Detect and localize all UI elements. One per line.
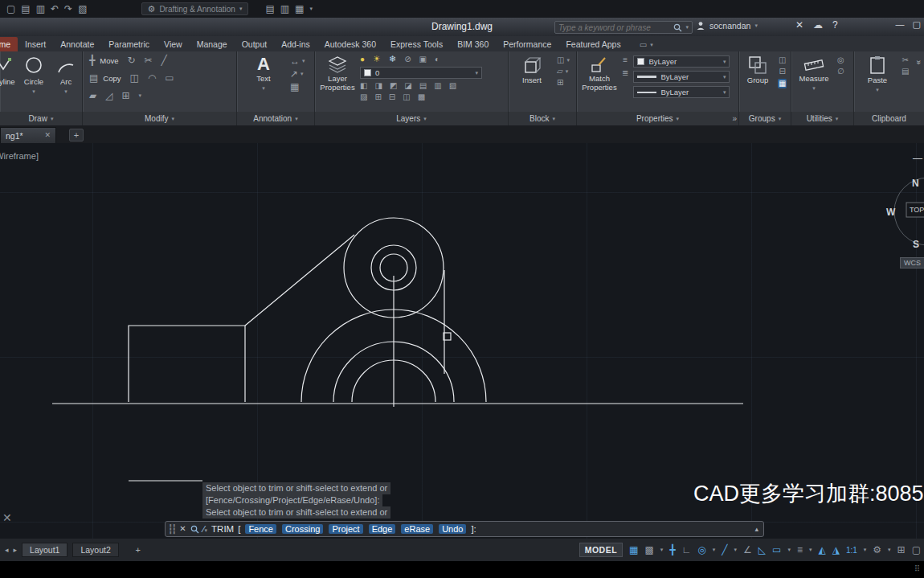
tab-view[interactable]: View xyxy=(157,37,190,51)
layer-dropdown[interactable]: 0 ▾ xyxy=(360,67,482,79)
layer-thaw-icon[interactable]: ☀ xyxy=(373,55,381,64)
model-space-button[interactable]: MODEL xyxy=(579,543,623,557)
workspace-gear-icon[interactable]: ⚙ xyxy=(873,545,881,555)
layer-properties-button[interactable]: Layer Properties xyxy=(320,51,355,112)
option-erase[interactable]: eRase xyxy=(401,524,433,534)
help-icon[interactable]: ? xyxy=(832,20,838,30)
panel-label-annotation[interactable]: Annotation▾ xyxy=(237,112,314,125)
panel-overflow-icon[interactable]: » xyxy=(732,114,737,123)
osnap-tracking-icon[interactable]: ∠ xyxy=(743,545,752,555)
layer-on-icon[interactable]: ● xyxy=(360,55,365,64)
plot-icon[interactable]: ▧ xyxy=(78,4,87,14)
isodraft-icon[interactable]: ◺ xyxy=(758,545,766,555)
layer-tool-6-icon[interactable]: ▥ xyxy=(434,82,441,90)
id-point-icon[interactable]: ∅ xyxy=(837,68,844,76)
fillet-icon[interactable]: ◠ xyxy=(148,73,156,83)
file-tab-drawing1[interactable]: ng1* ✕ xyxy=(0,127,56,143)
circle-flyout-icon[interactable]: ▾ xyxy=(32,88,35,95)
undo-icon[interactable]: ↶ xyxy=(51,4,59,14)
ribbon-collapse-icon[interactable]: » xyxy=(915,60,924,65)
group-button[interactable]: Group xyxy=(742,51,773,112)
erase-icon[interactable]: ▰ xyxy=(89,91,96,100)
qat-more-icon[interactable]: ▾ xyxy=(309,6,313,12)
panel-label-draw[interactable]: Draw▾ xyxy=(0,112,82,125)
close-tab-icon[interactable]: ✕ xyxy=(44,132,51,139)
minimize-button[interactable]: — xyxy=(896,19,905,30)
new-drawing-button[interactable]: + xyxy=(69,129,84,141)
tab-express-tools[interactable]: Express Tools xyxy=(383,37,450,51)
layout1-tab[interactable]: Layout1 xyxy=(22,543,67,557)
group-selection-icon[interactable]: ▦ xyxy=(778,79,787,88)
panel-label-groups[interactable]: Groups▾ xyxy=(739,112,791,125)
quick-select-icon[interactable]: ◎ xyxy=(837,56,844,64)
linetype-dropdown[interactable]: ByLayer ▾ xyxy=(633,86,730,98)
arc-button[interactable]: Arc ▾ xyxy=(50,51,82,95)
move-label[interactable]: Move xyxy=(100,56,118,65)
save-icon[interactable]: ▥ xyxy=(36,4,45,14)
edit-attributes-icon[interactable]: ▱ xyxy=(557,68,563,76)
cut-icon[interactable]: ✂ xyxy=(902,56,909,64)
layer-tool-12-icon[interactable]: ▩ xyxy=(418,93,425,101)
open-file-icon[interactable]: ▤ xyxy=(21,4,30,14)
exchange-apps-icon[interactable]: ✕ xyxy=(795,20,803,30)
tab-manage[interactable]: Manage xyxy=(190,37,235,51)
option-edge[interactable]: Edge xyxy=(369,524,396,534)
panel-label-properties[interactable]: Properties▾ » xyxy=(577,112,738,125)
polyline-button[interactable]: Polyline xyxy=(0,51,18,95)
new-file-icon[interactable]: ▢ xyxy=(6,4,15,14)
drawing-canvas[interactable]: [2D Wireframe] — N W S TOP WCS xyxy=(0,143,924,539)
option-undo[interactable]: Undo xyxy=(439,524,466,534)
copy-label[interactable]: Copy xyxy=(103,74,121,83)
paste-button[interactable]: Paste ▾ xyxy=(859,51,896,112)
circle-button[interactable]: Circle ▾ xyxy=(18,51,50,95)
layer-tool-3-icon[interactable]: ◩ xyxy=(390,82,397,90)
insert-button[interactable]: Insert xyxy=(513,51,550,112)
layer-tool-10-icon[interactable]: ⊟ xyxy=(389,93,395,101)
panel-label-block[interactable]: Block▾ xyxy=(509,112,576,125)
layer-lock-icon[interactable]: ⊘ xyxy=(404,55,411,64)
workspace-switcher[interactable]: ⚙ Drafting & Annotation ▾ xyxy=(141,2,249,15)
block-editor-icon[interactable]: ⊞ xyxy=(557,79,563,87)
infer-constraints-icon[interactable]: ╋ xyxy=(669,545,675,555)
qat-doc-icon-3[interactable]: ▦ xyxy=(295,4,304,14)
properties-list-icon[interactable]: ≡ xyxy=(622,56,628,64)
layer-freeze-icon[interactable]: ❄ xyxy=(389,55,396,64)
layer-tool-2-icon[interactable]: ◨ xyxy=(374,82,382,90)
tab-autodesk360[interactable]: Autodesk 360 xyxy=(317,37,383,51)
restore-button[interactable]: ▢ xyxy=(913,19,921,30)
panel-label-layers[interactable]: Layers▾ xyxy=(315,112,508,125)
copy-icon[interactable]: ▤ xyxy=(89,73,98,83)
annotation-scale-button[interactable]: 1:1 xyxy=(846,546,857,555)
close-commandline-icon[interactable]: ✕ xyxy=(179,525,186,533)
layout-prev-icon[interactable]: ◂ xyxy=(5,547,9,554)
mirror-icon[interactable]: ◫ xyxy=(130,73,139,83)
layer-tool-7-icon[interactable]: ▧ xyxy=(449,82,456,90)
new-layout-button[interactable]: + xyxy=(132,545,145,555)
tab-bim360[interactable]: BIM 360 xyxy=(450,37,496,51)
panel-label-modify[interactable]: Modify▾ xyxy=(83,112,236,125)
tab-insert[interactable]: Insert xyxy=(18,37,53,51)
lineweight-display-icon[interactable]: ▭ xyxy=(772,545,781,555)
tab-annotate[interactable]: Annotate xyxy=(53,37,101,51)
array-flyout-icon[interactable]: ▾ xyxy=(139,92,142,99)
offset-icon[interactable]: ▭ xyxy=(165,73,174,83)
option-fence[interactable]: Fence xyxy=(245,524,276,534)
extend-icon[interactable]: ╱ xyxy=(161,55,167,65)
ortho-icon[interactable]: ∟ xyxy=(682,545,692,555)
trim-icon[interactable]: ✂ xyxy=(145,55,153,65)
table-icon[interactable]: ▦ xyxy=(290,82,299,92)
object-color-dropdown[interactable]: ByLayer ▾ xyxy=(633,55,730,68)
wcs-selector[interactable]: WCS ▾ xyxy=(900,257,924,269)
ribbon-display-icon[interactable]: ▭ xyxy=(640,41,647,49)
recent-commands-icon[interactable] xyxy=(190,525,199,534)
tab-featured-apps[interactable]: Featured Apps xyxy=(558,37,628,51)
search-icon[interactable] xyxy=(673,23,682,32)
tab-home[interactable]: Home xyxy=(0,37,18,51)
qat-doc-icon-2[interactable]: ▥ xyxy=(280,4,289,14)
tab-parametric[interactable]: Parametric xyxy=(101,37,157,51)
layer-tool-4-icon[interactable]: ◪ xyxy=(404,82,411,90)
search-input[interactable] xyxy=(558,23,670,32)
search-options-icon[interactable]: ▾ xyxy=(685,24,689,31)
help-search-box[interactable]: ▾ xyxy=(554,21,693,34)
dimension-icon[interactable]: ↔ xyxy=(290,56,300,66)
